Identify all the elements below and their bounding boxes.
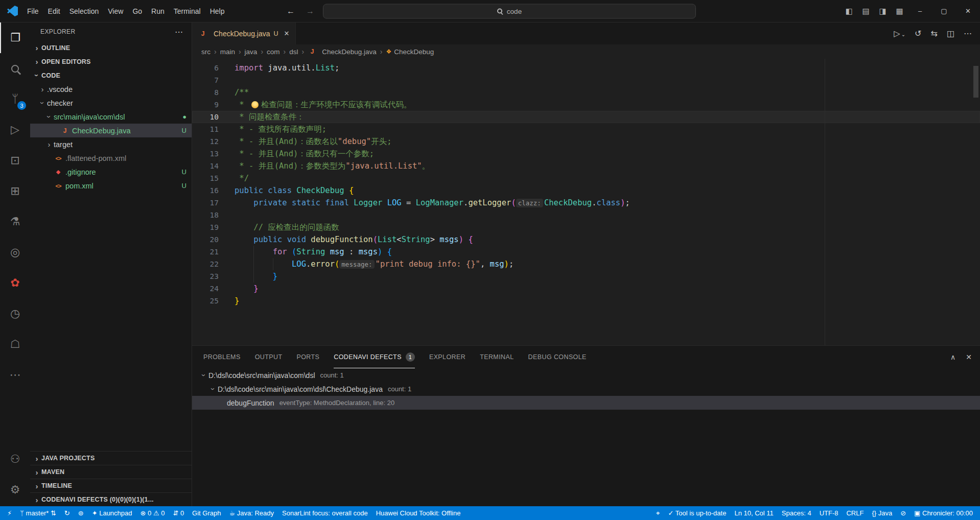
customize-layout-icon[interactable]: ▦ <box>891 0 908 22</box>
editor-more-actions-icon[interactable]: ⋯ <box>964 29 972 38</box>
source-control-icon[interactable]: ᛘ3 <box>0 84 30 114</box>
defect-description: count: 1 <box>320 371 344 379</box>
section-java-projects[interactable]: ›JAVA PROJECTS <box>30 451 192 465</box>
sync-icon[interactable]: ↻ <box>60 506 74 520</box>
huawei-cloud-icon[interactable]: ✿ <box>0 268 30 298</box>
tree-item-flattened-pom-xml[interactable]: ›<>.flattened-pom.xml <box>30 151 192 165</box>
split-editor-icon[interactable]: ◫ <box>947 29 954 38</box>
section-codenavi-defects-0-0-0-1-1[interactable]: ›CODENAVI DEFECTS (0)(0)(0)(1)(1... <box>30 492 192 506</box>
tree-item-vscode[interactable]: ›.vscode <box>30 82 192 96</box>
section-timeline[interactable]: ›TIMELINE <box>30 479 192 492</box>
encoding[interactable]: UTF-8 <box>815 506 843 520</box>
breadcrumb-main[interactable]: main <box>220 48 235 56</box>
security-icon[interactable]: ☖ <box>0 329 30 360</box>
tree-item-pom-xml[interactable]: ›<>pom.xmlU <box>30 179 192 193</box>
sidebar-more-actions-icon[interactable]: ⋯ <box>175 27 183 37</box>
more-icon[interactable]: ⋯ <box>0 360 30 390</box>
java-status[interactable]: ☕ Java: Ready <box>225 506 278 520</box>
remote-indicator[interactable]: ⚡ <box>3 506 16 520</box>
breadcrumb-com[interactable]: com <box>267 48 280 56</box>
breadcrumb-checkdebug-java[interactable]: JCheckDebug.java <box>308 48 377 56</box>
breadcrumb-java[interactable]: java <box>245 48 258 56</box>
language-mode[interactable]: {} Java <box>868 506 896 520</box>
extensions-icon[interactable]: ⊞ <box>0 176 30 206</box>
close-panel-icon[interactable]: ✕ <box>966 353 972 361</box>
tree-item-gitignore[interactable]: ›◆.gitignoreU <box>30 165 192 179</box>
open-changes-icon[interactable]: ⇆ <box>930 29 937 38</box>
settings-gear-icon[interactable]: ⚙ <box>0 475 30 505</box>
problems-counts[interactable]: ⊗ 0 ⚠ 0 <box>136 506 169 520</box>
panel-tab-output[interactable]: OUTPUT <box>255 346 283 368</box>
eol-sequence[interactable]: CRLF <box>842 506 868 520</box>
nav-forward-icon[interactable]: → <box>304 6 317 17</box>
tree-item-src-main-java-com-dsl[interactable]: ›src\main\java\com\dsl● <box>30 110 192 124</box>
breadcrumb-dsl[interactable]: dsl <box>289 48 298 56</box>
line-number: 16 <box>192 184 219 197</box>
minimize-button[interactable]: – <box>908 0 932 22</box>
panel-tab-problems[interactable]: PROBLEMS <box>203 346 241 368</box>
status-bar: ⚡ᛘ master* ⇅↻⊚✦ Launchpad⊗ 0 ⚠ 0⇵ 0Git G… <box>0 506 980 520</box>
panel-tab-terminal[interactable]: TERMINAL <box>480 346 514 368</box>
extension-indicator[interactable]: ⊚ <box>74 506 88 520</box>
chronicler[interactable]: ▣ Chronicler: 00:00 <box>910 506 977 520</box>
launchpad[interactable]: ✦ Launchpad <box>88 506 136 520</box>
menu-run[interactable]: Run <box>147 4 169 18</box>
huawei-cloud-toolkit[interactable]: Huawei Cloud Toolkit: Offline <box>372 506 465 520</box>
do-not-disturb-icon[interactable]: ⊘ <box>896 506 910 520</box>
panel-tab-debug-console[interactable]: DEBUG CONSOLE <box>528 346 587 368</box>
sonarlint-icon[interactable]: ◎ <box>0 237 30 268</box>
panel-tab-ports[interactable]: PORTS <box>296 346 319 368</box>
tree-item-checker[interactable]: ›checker <box>30 96 192 110</box>
codearts-icon[interactable]: ◷ <box>0 298 30 329</box>
toggle-sidebar-icon[interactable]: ◧ <box>841 0 857 22</box>
defect-row-1[interactable]: ›D:\dsl\code\src\main\java\com\dslcount:… <box>192 368 980 382</box>
remote-explorer-icon[interactable]: ⊡ <box>0 145 30 176</box>
menu-terminal[interactable]: Terminal <box>169 4 205 18</box>
git-graph[interactable]: Git Graph <box>188 506 225 520</box>
sonarlint-focus[interactable]: SonarLint focus: overall code <box>278 506 372 520</box>
toggle-secondary-sidebar-icon[interactable]: ◨ <box>874 0 891 22</box>
tab-close-icon[interactable]: ✕ <box>284 30 290 37</box>
breadcrumb-checkdebug[interactable]: ❖CheckDebug <box>386 48 434 56</box>
nav-back-icon[interactable]: ← <box>284 6 297 17</box>
indentation[interactable]: Spaces: 4 <box>778 506 815 520</box>
editor-scrollbar[interactable] <box>973 66 978 98</box>
run-history-icon[interactable]: ↺ <box>915 29 921 38</box>
maximize-panel-icon[interactable]: ∧ <box>950 353 955 361</box>
panel-tab-explorer[interactable]: EXPLORER <box>429 346 465 368</box>
close-button[interactable]: ✕ <box>956 0 980 22</box>
tree-item-target[interactable]: ›target <box>30 137 192 151</box>
sidebar-list: ›OUTLINE›OPEN EDITORS›CODE›.vscode›check… <box>30 41 192 506</box>
tab-checkdebug-java[interactable]: J CheckDebug.java U ✕ <box>192 22 296 44</box>
search-icon[interactable] <box>0 53 30 84</box>
defect-row-3[interactable]: ›debugFunctioneventType: MethodDeclarati… <box>192 396 980 410</box>
menu-selection[interactable]: Selection <box>65 4 104 18</box>
code-editor[interactable]: 6import java.util.List;78/**9 * 检查问题：生产环… <box>192 59 980 345</box>
panel-tab-codenavi-defects[interactable]: CODENAVI DEFECTS1 <box>334 346 415 368</box>
defect-row-2[interactable]: ›D:\dsl\code\src\main\java\com\dsl\Check… <box>192 382 980 396</box>
section-outline[interactable]: ›OUTLINE <box>30 41 192 55</box>
cursor-position[interactable]: Ln 10, Col 11 <box>730 506 777 520</box>
run-java-button[interactable]: ▷⌄ <box>894 29 905 38</box>
section-code[interactable]: ›CODE <box>30 68 192 82</box>
section-maven[interactable]: ›MAVEN <box>30 465 192 479</box>
ports-count[interactable]: ⇵ 0 <box>169 506 188 520</box>
explorer-icon[interactable]: ❐ <box>0 22 30 53</box>
menu-file[interactable]: File <box>22 4 43 18</box>
accounts-icon[interactable]: ⚇ <box>0 444 30 475</box>
menu-go[interactable]: Go <box>128 4 147 18</box>
breadcrumb-src[interactable]: src <box>201 48 211 56</box>
maximize-button[interactable]: ▢ <box>932 0 956 22</box>
command-center-search[interactable]: code <box>323 4 696 18</box>
menu-help[interactable]: Help <box>205 4 229 18</box>
menu-view[interactable]: View <box>103 4 128 18</box>
tool-update-status[interactable]: ✓ Tool is up-to-date <box>664 506 730 520</box>
section-open-editors[interactable]: ›OPEN EDITORS <box>30 55 192 68</box>
broadcast-icon[interactable]: ⌖ <box>652 506 664 520</box>
testing-icon[interactable]: ⚗ <box>0 206 30 237</box>
tree-item-checkdebug-java[interactable]: ›JCheckDebug.javaU <box>30 124 192 137</box>
toggle-panel-icon[interactable]: ▤ <box>857 0 874 22</box>
git-branch[interactable]: ᛘ master* ⇅ <box>16 506 60 520</box>
run-and-debug-icon[interactable]: ▷ <box>0 114 30 145</box>
menu-edit[interactable]: Edit <box>43 4 65 18</box>
